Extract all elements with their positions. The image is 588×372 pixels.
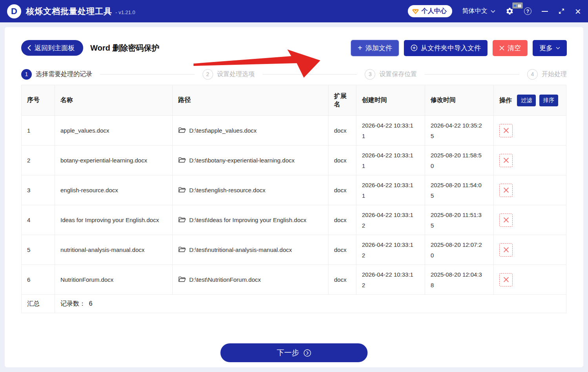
plus-icon: +: [358, 44, 362, 53]
file-path-text: D:\test\Ideas for Improving your English…: [189, 215, 306, 225]
cell-modified-time: 2025-08-20 11:58:50: [425, 146, 494, 175]
step-number: 4: [527, 69, 538, 80]
header-modified: 修改时间: [425, 85, 494, 116]
folder-icon: [178, 125, 186, 133]
cell-file-path: D:\test\apple_values.docx: [173, 116, 329, 146]
main-panel: 返回到主面板 Word 删除密码保护 + 添加文件 从文件夹中导入文件 清空: [5, 27, 583, 367]
step-4-start: 4 开始处理: [527, 69, 567, 80]
delete-row-button[interactable]: [499, 273, 513, 286]
import-from-folder-button[interactable]: 从文件夹中导入文件: [404, 40, 488, 56]
cell-created-time: 2026-04-22 10:33:12: [356, 205, 425, 235]
cell-file-name: english-resource.docx: [55, 175, 173, 205]
step-label: 设置处理选项: [217, 70, 255, 78]
clear-button[interactable]: 清空: [493, 40, 528, 56]
cell-index: 2: [22, 146, 55, 175]
app-logo-icon: D: [7, 4, 21, 18]
cell-extension: docx: [329, 116, 356, 146]
delete-row-button[interactable]: [499, 124, 513, 137]
maximize-restore-button[interactable]: [558, 8, 565, 15]
cell-extension: docx: [329, 146, 356, 175]
table-row: 2botany-experiential-learning.docxD:\tes…: [22, 146, 566, 175]
cell-file-path: D:\test\nutritional-analysis-manual.docx: [173, 235, 329, 265]
step-number: 1: [21, 69, 32, 80]
header-name: 名称: [55, 85, 173, 116]
cell-created-time: 2026-04-22 10:33:12: [356, 265, 425, 295]
import-from-folder-label: 从文件夹中导入文件: [421, 44, 481, 53]
summary-row: 汇总 记录数： 6: [22, 295, 566, 313]
header-ext: 扩展名: [329, 85, 356, 116]
step-label: 开始处理: [542, 70, 567, 78]
summary-label: 汇总: [22, 295, 55, 313]
language-label: 简体中文: [462, 7, 488, 15]
cell-actions: [494, 175, 566, 205]
cell-file-name: NutritionForum.docx: [55, 265, 173, 295]
cell-file-path: D:\test\Ideas for Improving your English…: [173, 205, 329, 235]
app-title: 核烁文档批量处理工具: [26, 6, 112, 17]
step-1-select-records: 1 选择需要处理的记录: [21, 69, 92, 80]
cell-created-time: 2026-04-22 10:33:11: [356, 116, 425, 146]
cell-index: 4: [22, 205, 55, 235]
table-row: 4Ideas for Improving your English.docxD:…: [22, 205, 566, 235]
x-icon: [499, 46, 504, 51]
cell-actions: [494, 205, 566, 235]
sort-button[interactable]: 排序: [539, 95, 558, 106]
cell-extension: docx: [329, 205, 356, 235]
user-center-label: 个人中心: [422, 7, 447, 15]
filter-button[interactable]: 过滤: [517, 95, 536, 106]
folder-icon: [178, 215, 186, 223]
header-path: 路径: [173, 85, 329, 116]
cell-created-time: 2026-04-22 10:33:11: [356, 146, 425, 175]
folder-icon: [178, 244, 186, 253]
records-value: 6: [89, 300, 92, 307]
cell-index: 5: [22, 235, 55, 265]
cell-index: 3: [22, 175, 55, 205]
file-path-text: D:\test\NutritionForum.docx: [189, 274, 261, 285]
add-file-label: 添加文件: [365, 44, 392, 53]
app-version: - v1.21.0: [115, 9, 135, 15]
help-icon[interactable]: ?: [524, 7, 531, 15]
header-created: 创建时间: [356, 85, 425, 116]
cell-modified-time: 2026-04-22 10:35:25: [425, 116, 494, 146]
minimize-button[interactable]: [542, 11, 548, 12]
vip-badge-icon: [412, 8, 419, 15]
table-row: 5nutritional-analysis-manual.docxD:\test…: [22, 235, 566, 265]
close-button[interactable]: ×: [575, 7, 581, 15]
next-step-button[interactable]: 下一步: [221, 343, 368, 362]
file-path-text: D:\test\nutritional-analysis-manual.docx: [189, 244, 292, 255]
chevron-down-icon: [556, 47, 560, 49]
chevron-left-icon: [27, 45, 31, 51]
table-row: 3english-resource.docxD:\test\english-re…: [22, 175, 566, 205]
delete-row-button[interactable]: [499, 243, 513, 257]
user-center-button[interactable]: 个人中心: [408, 5, 452, 17]
cell-extension: docx: [329, 265, 356, 295]
step-number: 2: [203, 69, 213, 80]
table-row: 1apple_values.docxD:\test\apple_values.d…: [22, 116, 566, 146]
folder-icon: [178, 155, 186, 163]
cell-modified-time: 2025-08-20 11:54:05: [425, 175, 494, 205]
delete-row-button[interactable]: [499, 213, 513, 227]
folder-icon: [178, 185, 186, 193]
step-connector: [100, 74, 195, 75]
table-header-row: 序号 名称 路径 扩展名 创建时间 修改时间 操作 过滤 排序: [22, 85, 566, 116]
more-button[interactable]: 更多: [533, 40, 567, 56]
cell-actions: [494, 235, 566, 265]
delete-row-button[interactable]: [499, 154, 513, 167]
cell-file-name: Ideas for Improving your English.docx: [55, 205, 173, 235]
step-connector: [263, 74, 357, 75]
step-wizard: 1 选择需要处理的记录 2 设置处理选项 3 设置保存位置 4 开始处理: [21, 68, 567, 80]
cell-index: 1: [22, 116, 55, 146]
page-toolbar: 返回到主面板 Word 删除密码保护 + 添加文件 从文件夹中导入文件 清空: [21, 40, 567, 56]
cell-actions: [494, 265, 566, 295]
language-selector[interactable]: 简体中文: [462, 7, 495, 15]
add-file-button[interactable]: + 添加文件: [351, 40, 399, 56]
cell-modified-time: 2025-08-20 11:51:35: [425, 205, 494, 235]
circled-arrow-right-icon: [303, 349, 311, 357]
back-button-label: 返回到主面板: [35, 44, 75, 53]
back-to-dashboard-button[interactable]: 返回到主面板: [21, 40, 83, 56]
cell-file-path: D:\test\NutritionForum.docx: [173, 265, 329, 295]
file-path-text: D:\test\botany-experiential-learning.doc…: [189, 155, 294, 166]
step-label: 选择需要处理的记录: [36, 70, 92, 78]
table-row: 6NutritionForum.docxD:\test\NutritionFor…: [22, 265, 566, 295]
delete-row-button[interactable]: [499, 184, 513, 197]
ops-header-label: 操作: [499, 96, 513, 105]
